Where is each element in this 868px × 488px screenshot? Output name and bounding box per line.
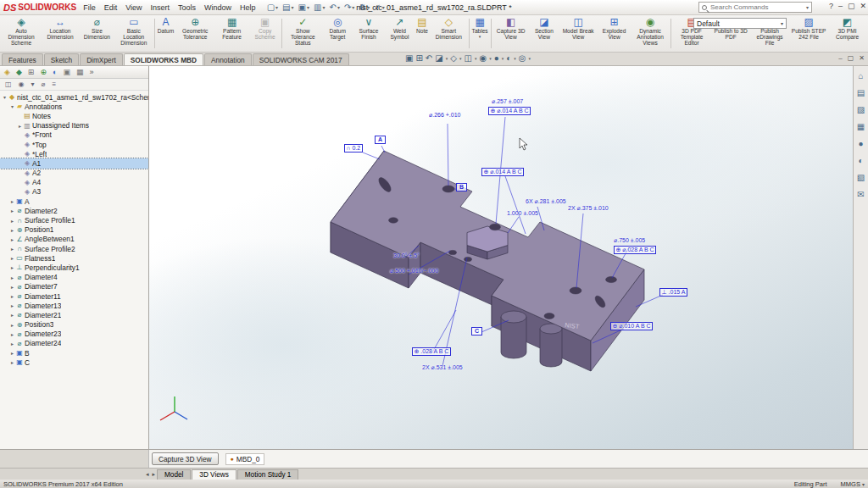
- close-button[interactable]: ✕: [860, 2, 866, 10]
- minimize-button[interactable]: –: [838, 2, 843, 10]
- menu-window[interactable]: Window: [204, 3, 231, 12]
- tree-expand-icon[interactable]: ▸: [9, 227, 15, 233]
- basic-location-dimension-button[interactable]: ▭Basic Location Dimension: [114, 16, 153, 51]
- show-tolerance-status-button[interactable]: ✓Show Tolerance Status: [283, 16, 322, 51]
- propertymanager-tab-icon[interactable]: ◆: [16, 68, 22, 76]
- tree-expand-icon[interactable]: ▸: [9, 284, 15, 290]
- view-settings-icon[interactable]: ◎: [519, 53, 526, 63]
- graphics-area[interactable]: NIST ⌀.266 +.010⌀.257 ±.007⊕ ⌀.014 A B C…: [149, 66, 853, 449]
- bottom-tab-motion-study-1[interactable]: Motion Study 1: [237, 469, 299, 480]
- tree-item-diameter24[interactable]: ▸⌀Diameter24: [0, 339, 148, 348]
- undo-icon[interactable]: ↶: [329, 3, 337, 12]
- diameter-callout[interactable]: ⌀.257 ±.007: [492, 98, 523, 105]
- tree-item-diameter7[interactable]: ▸⌀Diameter7: [0, 282, 148, 291]
- hide-show-tree-icon[interactable]: ◉: [19, 80, 25, 88]
- tree-expand-icon[interactable]: ▸: [9, 350, 15, 356]
- bottom-tab-3d-views[interactable]: 3D Views: [192, 469, 236, 480]
- doc-minimize-button[interactable]: –: [838, 54, 842, 62]
- datum-flag-c[interactable]: C: [471, 327, 482, 336]
- publish-step-242-file-button[interactable]: ▨Publish STEP 242 File: [789, 16, 828, 51]
- diameter-callout[interactable]: 2X ⌀.531 ±.005: [422, 364, 463, 371]
- diameter-callout[interactable]: 6X ⌀.281 ±.005: [526, 198, 566, 205]
- dropdown-caret-icon[interactable]: ▾: [322, 4, 325, 10]
- save-icon[interactable]: ▣: [298, 3, 307, 12]
- tree-item-annotations[interactable]: ▾▰Annotations: [0, 102, 148, 111]
- weld-symbol-button[interactable]: ↗Weld Symbol: [385, 16, 415, 51]
- solidworks-resources-icon[interactable]: ⌂: [858, 71, 863, 80]
- size-dimension-button[interactable]: ⌀Size Dimension: [80, 16, 114, 51]
- perpendicularity-frame[interactable]: ⊥ .015 A: [659, 288, 687, 297]
- status-units-selector[interactable]: MMGS ▾: [841, 480, 865, 488]
- tree-item-diameter13[interactable]: ▸⌀Diameter13: [0, 301, 148, 310]
- help-button[interactable]: ?: [829, 2, 833, 10]
- tree-root-item[interactable]: ▾◆nist_ctc_01_asme1_rd_sw1702_ra<Scheme2…: [0, 92, 148, 102]
- tree-expand-icon[interactable]: ▸: [9, 274, 15, 280]
- tree-expand-icon[interactable]: ▸: [9, 341, 15, 347]
- edit-appearance-icon[interactable]: ●: [494, 53, 499, 63]
- tree-expand-icon[interactable]: ▸: [9, 331, 15, 337]
- diameter-callout[interactable]: ⌀.266 +.010: [429, 112, 461, 119]
- tree-expand-icon[interactable]: ▸: [9, 208, 15, 214]
- tree-options-icon[interactable]: ≡: [52, 80, 56, 88]
- position-frame[interactable]: ⊕ ⌀.028 A B C: [614, 246, 656, 254]
- tree-item-a4[interactable]: ◈A4: [0, 178, 148, 187]
- surface-finish-button[interactable]: ∨Surface Finish: [353, 16, 385, 51]
- filter-icon[interactable]: ▾: [31, 80, 35, 88]
- tree-item-a1[interactable]: ◈A1: [0, 158, 148, 168]
- dropdown-caret-icon[interactable]: ▾: [475, 56, 477, 61]
- redo-icon[interactable]: ↷: [343, 3, 352, 12]
- tables-button[interactable]: ▦Tables▾: [470, 16, 490, 51]
- tree-expand-icon[interactable]: ▸: [17, 123, 23, 129]
- dimxpertmanager-tab-icon[interactable]: ⊕: [40, 68, 47, 76]
- tree-expand-icon[interactable]: ▾: [2, 94, 8, 100]
- capture-3d-view-button[interactable]: ◧Capture 3D View: [492, 16, 530, 51]
- tree-expand-icon[interactable]: ▸: [9, 359, 15, 365]
- view-orientation-icon[interactable]: ◇: [450, 53, 457, 63]
- zoom-fit-icon[interactable]: ▣: [405, 53, 413, 63]
- doc-close-button[interactable]: ✕: [859, 54, 865, 62]
- doc-restore-button[interactable]: ▢: [848, 54, 854, 62]
- diameter-callout[interactable]: ⌀.750 ±.005: [614, 237, 645, 244]
- tree-diameter-icon[interactable]: ⌀: [42, 80, 46, 88]
- tree-item-surface-profile1[interactable]: ▸∩Surface Profile1: [0, 215, 148, 225]
- tree-item-diameter11[interactable]: ▸⌀Diameter11: [0, 291, 148, 301]
- configuration-dropdown[interactable]: Default ▾: [693, 18, 787, 29]
- restore-button[interactable]: ▢: [848, 2, 855, 10]
- cam-feature-tree-tab-icon[interactable]: ▣: [63, 68, 70, 76]
- new-document-icon[interactable]: ▢: [266, 3, 275, 12]
- tree-item-diameter21[interactable]: ▸⌀Diameter21: [0, 310, 148, 319]
- tab-scroll-right-icon[interactable]: ▸: [151, 471, 158, 480]
- manager-flyout-icon[interactable]: »: [89, 68, 93, 76]
- tree-item-unassigned-items[interactable]: ▸▥Unassigned Items: [0, 121, 148, 130]
- position-frame[interactable]: ⊕ ⌀.014 A B C: [481, 168, 524, 176]
- position-frame[interactable]: ⊕ .028 A B C: [412, 347, 451, 356]
- tab-dimxpert[interactable]: DimXpert: [80, 53, 123, 65]
- tree-item-anglebetween1[interactable]: ▸∠AngleBetween1: [0, 235, 148, 244]
- dropdown-caret-icon[interactable]: ▾: [529, 56, 531, 61]
- view-item-mbd-0[interactable]: ● MBD_0: [225, 453, 265, 465]
- print-icon[interactable]: ▥: [313, 3, 322, 12]
- menu-edit[interactable]: Edit: [104, 3, 118, 12]
- tree-expand-icon[interactable]: ▸: [9, 246, 15, 252]
- tree-item-notes[interactable]: ▤Notes: [0, 111, 148, 120]
- tree-item-position1[interactable]: ▸⊕Position1: [0, 225, 148, 235]
- menu-help[interactable]: Help: [240, 3, 256, 12]
- tree-expand-icon[interactable]: ▸: [9, 302, 15, 308]
- tab-scroll-left-icon[interactable]: ◂: [144, 471, 151, 480]
- tree-expand-icon[interactable]: ▸: [9, 264, 15, 270]
- tree-expand-icon[interactable]: ▸: [9, 236, 15, 242]
- displaymanager-tab-icon[interactable]: ◐: [53, 68, 57, 76]
- tree-item-c[interactable]: ▸▣C: [0, 358, 148, 367]
- scenes-icon[interactable]: ◐: [858, 156, 863, 165]
- search-box[interactable]: ▾: [698, 2, 812, 13]
- hide-show-items-icon[interactable]: ◉: [479, 53, 487, 63]
- tree-item-a3[interactable]: ◈A3: [0, 187, 148, 197]
- dropdown-caret-icon[interactable]: ▾: [307, 4, 309, 10]
- dropdown-caret-icon[interactable]: ▾: [502, 56, 504, 61]
- menu-file[interactable]: File: [83, 3, 96, 12]
- diameter-callout[interactable]: ⌀.500 +.010/−.000: [390, 268, 438, 274]
- position-frame[interactable]: ⊕ ⌀.010 A B C: [610, 322, 653, 330]
- capture-3d-view-button[interactable]: Capture 3D View: [152, 452, 219, 465]
- tab-solidworks-cam-2017[interactable]: SOLIDWORKS CAM 2017: [253, 53, 349, 65]
- configurationmanager-tab-icon[interactable]: ⊞: [28, 68, 35, 76]
